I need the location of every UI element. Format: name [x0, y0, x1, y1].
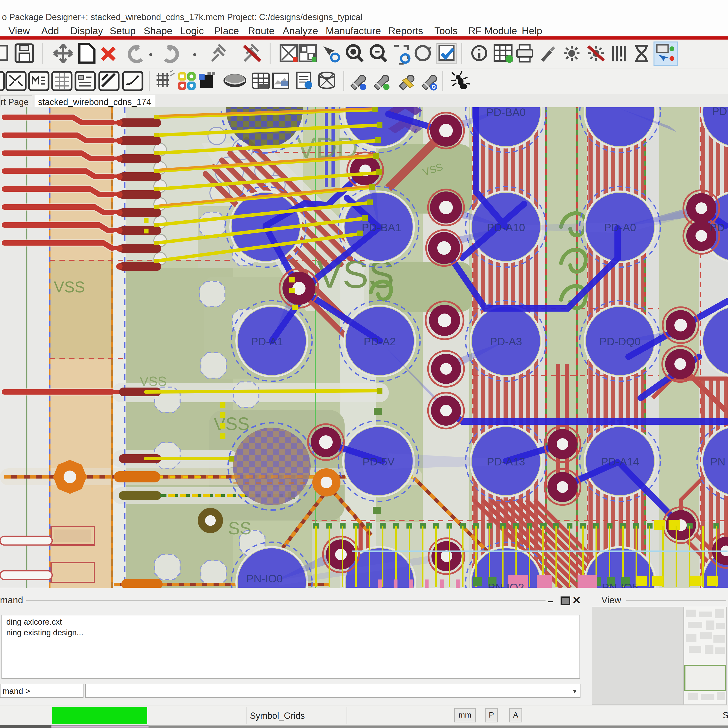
svg-text:PD-A14: PD-A14 — [601, 456, 639, 468]
svg-text:PN: PN — [710, 456, 726, 468]
svg-text:PN-IO0: PN-IO0 — [246, 572, 283, 585]
svg-text:VSS: VSS — [139, 373, 167, 389]
svg-text:VSS: VSS — [214, 414, 249, 434]
svg-text:PD-DQ0: PD-DQ0 — [600, 335, 641, 348]
svg-text:PD: PD — [710, 221, 725, 234]
svg-text:PD-A10: PD-A10 — [487, 221, 525, 234]
svg-text:PD-A2: PD-A2 — [364, 335, 396, 348]
svg-text:PD: PD — [712, 107, 727, 118]
svg-text:PN-IO2: PN-IO2 — [488, 581, 524, 588]
svg-text:PN-IO5: PN-IO5 — [602, 581, 638, 588]
svg-text:PD-A3: PD-A3 — [490, 335, 522, 348]
svg-text:PD-BA0: PD-BA0 — [486, 107, 526, 118]
svg-text:PD-BA1: PD-BA1 — [362, 221, 401, 234]
svg-text:SS: SS — [228, 518, 251, 538]
svg-text:PD-5V: PD-5V — [362, 456, 395, 468]
svg-text:PD-A13: PD-A13 — [487, 456, 525, 468]
svg-text:PD-A1: PD-A1 — [251, 335, 283, 348]
svg-text:VSS: VSS — [54, 278, 85, 296]
svg-text:PD-A0: PD-A0 — [604, 221, 636, 234]
